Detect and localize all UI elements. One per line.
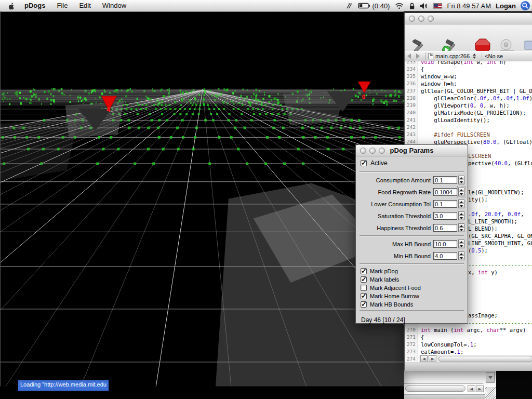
food-regrowth-rate-stepper[interactable] xyxy=(458,188,464,196)
code-line-fragment: L_LINE_SMOOTH); xyxy=(468,218,517,225)
checkbox-label: Mark labels xyxy=(370,276,399,283)
consumption-amount-stepper[interactable] xyxy=(458,176,464,184)
happiness-threshold-field[interactable] xyxy=(433,224,457,232)
window-title: pDog Params xyxy=(356,147,468,154)
battery-menu[interactable]: (0:40) xyxy=(358,2,390,10)
food-regrowth-rate-field[interactable] xyxy=(433,188,457,196)
active-label: Active xyxy=(370,159,388,167)
desktop xyxy=(496,370,532,399)
scrollbar-thumb[interactable] xyxy=(405,385,466,392)
scroll-down-button[interactable] xyxy=(486,372,495,383)
xcode-titlebar[interactable] xyxy=(405,13,532,24)
scroll-left-button[interactable]: ◀ xyxy=(420,355,428,362)
code-line-fragment: assImage; xyxy=(468,312,498,319)
check-row-mark-pdog: Mark pDog xyxy=(356,267,468,275)
check-row-mark-adjacent-food: Mark Adjacent Food xyxy=(356,284,468,292)
code-line: { xyxy=(421,334,424,341)
wifi-icon[interactable] xyxy=(394,2,404,9)
active-checkbox-row: Active xyxy=(356,156,468,170)
scroll-right-button[interactable]: ▶ xyxy=(429,355,436,362)
sync-icon[interactable] xyxy=(345,3,353,9)
line-number: 271 xyxy=(405,334,416,340)
file-selector[interactable]: main.cpp:266 xyxy=(435,53,470,59)
code-line-fragment: .0f, 20.0f, 0.0f, xyxy=(468,211,524,218)
menu-clock[interactable]: Fri 8 49 57 AM xyxy=(447,2,491,10)
min-hb-bound-stepper[interactable] xyxy=(458,251,464,260)
code-line-fragment: --------------------- xyxy=(468,262,532,269)
menu-window[interactable]: Window xyxy=(97,0,132,11)
code-line: lowConsumpTol=.1; xyxy=(421,341,477,348)
resize-grip[interactable] xyxy=(485,387,496,399)
apple-menu[interactable] xyxy=(0,2,19,10)
divider xyxy=(360,235,464,236)
param-row-max-hb-bound: Max HB Bound xyxy=(356,238,468,250)
menu-file[interactable]: File xyxy=(51,0,73,11)
spotlight-button[interactable] xyxy=(521,1,530,10)
active-checkbox[interactable] xyxy=(361,160,367,166)
mark-labels-checkbox[interactable] xyxy=(361,276,367,283)
background-window-fragment: ◀ ▶ xyxy=(404,370,496,399)
simulation-viewport[interactable]: 40 xyxy=(1,12,404,387)
code-line-fragment: le(GL_MODELVIEW); xyxy=(468,189,524,196)
line-number: 234 xyxy=(405,66,416,72)
mark-adjacent-food-checkbox[interactable] xyxy=(361,285,367,291)
mark-hb-bounds-checkbox[interactable] xyxy=(361,301,367,308)
code-line-fragment: pective(40.0, (GLfloa xyxy=(468,160,532,167)
symbol-selector[interactable]: <No se xyxy=(485,53,503,59)
scroll-left-button[interactable]: ◀ xyxy=(468,385,475,392)
code-line: glMatrixMode(GL_PROJECTION); xyxy=(421,110,526,116)
scroll-right-button[interactable]: ▶ xyxy=(476,385,484,392)
saturation-threshold-stepper[interactable] xyxy=(458,211,464,220)
code-line: int main (int argc, char** argv) xyxy=(421,327,526,334)
line-number: 240 xyxy=(405,110,416,115)
check-row-mark-labels: Mark labels xyxy=(356,275,468,284)
search-icon xyxy=(522,2,529,9)
max-hb-bound-stepper[interactable] xyxy=(458,240,464,248)
volume-icon[interactable] xyxy=(420,3,429,9)
line-number: 236 xyxy=(405,81,416,86)
mark-pdog-checkbox[interactable] xyxy=(361,268,367,274)
param-row-happiness-threshold: Happiness Threshold xyxy=(356,222,468,234)
params-window: pDog Params Active Consumption AmountFoo… xyxy=(355,144,468,324)
lock-icon[interactable] xyxy=(409,2,415,10)
window-footer xyxy=(404,394,485,399)
min-hb-bound-field[interactable] xyxy=(433,252,457,260)
consumption-amount-field[interactable] xyxy=(433,176,457,184)
happiness-threshold-stepper[interactable] xyxy=(458,223,464,232)
editor-horizontal-scrollbar[interactable]: ◀ ▶ xyxy=(419,355,532,363)
minimize-button[interactable] xyxy=(418,16,424,22)
params-titlebar[interactable]: pDog Params xyxy=(356,145,468,156)
close-button[interactable] xyxy=(409,16,415,22)
divider xyxy=(360,263,464,264)
menu-edit[interactable]: Edit xyxy=(73,0,96,11)
check-row-mark-home-burrow: Mark Home Burrow xyxy=(356,292,468,300)
mark-home-burrow-checkbox[interactable] xyxy=(361,293,367,299)
scrollbar-thumb[interactable] xyxy=(438,356,532,362)
zoom-button[interactable] xyxy=(428,16,434,22)
user-menu[interactable]: Logan xyxy=(496,2,516,10)
checkbox-label: Mark Adjacent Food xyxy=(370,285,421,291)
param-row-consumption-amount: Consumption Amount xyxy=(356,174,468,186)
line-number: 274 xyxy=(405,356,416,362)
svg-text:0: 0 xyxy=(362,94,365,101)
apple-icon xyxy=(7,2,15,10)
lower-consumption-tol-field[interactable] xyxy=(433,200,457,208)
input-language-flag-icon[interactable] xyxy=(433,3,442,9)
divider xyxy=(360,171,464,172)
menu-pdogs[interactable]: pDogs xyxy=(19,0,51,11)
loading-status: Loading "http://web.media.mit.edu xyxy=(18,380,109,391)
back-button[interactable] xyxy=(407,54,411,59)
param-row-min-hb-bound: Min HB Bound xyxy=(356,250,468,262)
battery-time: (0:40) xyxy=(372,2,390,10)
line-stepper[interactable] xyxy=(473,54,476,59)
line-number: 243 xyxy=(405,131,416,137)
lower-consumption-tol-stepper[interactable] xyxy=(458,200,464,208)
checkbox-label: Mark HB Bounds xyxy=(370,301,413,308)
max-hb-bound-field[interactable] xyxy=(433,240,457,248)
saturation-threshold-field[interactable] xyxy=(433,212,457,220)
simulation-scene: 40 xyxy=(1,12,404,387)
code-line: glViewport(0, 0, w, h); xyxy=(421,102,510,109)
forward-button[interactable] xyxy=(416,54,420,59)
param-label: Min HB Bound xyxy=(394,253,431,259)
code-line-fragment: ity(); xyxy=(468,196,488,203)
